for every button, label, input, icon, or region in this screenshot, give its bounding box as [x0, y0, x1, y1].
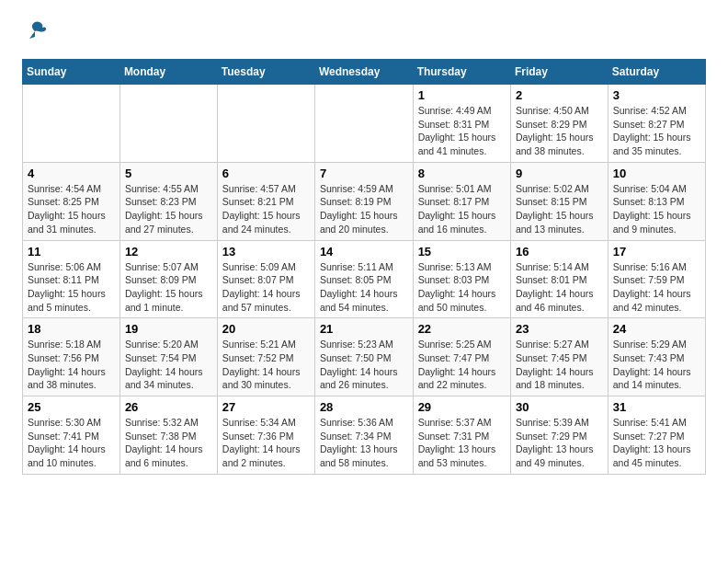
- day-number: 31: [613, 400, 700, 414]
- day-info: Sunrise: 4:54 AM Sunset: 8:25 PM Dayligh…: [28, 182, 115, 236]
- day-info: Sunrise: 5:23 AM Sunset: 7:50 PM Dayligh…: [320, 338, 408, 392]
- calendar-cell: 11Sunrise: 5:06 AM Sunset: 8:11 PM Dayli…: [23, 240, 120, 318]
- header-tuesday: Tuesday: [217, 60, 314, 85]
- week-row-4: 18Sunrise: 5:18 AM Sunset: 7:56 PM Dayli…: [23, 318, 706, 396]
- calendar-cell: 7Sunrise: 4:59 AM Sunset: 8:19 PM Daylig…: [314, 162, 413, 240]
- week-row-1: 1Sunrise: 4:49 AM Sunset: 8:31 PM Daylig…: [23, 85, 706, 163]
- day-number: 7: [320, 167, 408, 180]
- page-header: [22, 18, 706, 44]
- day-info: Sunrise: 5:29 AM Sunset: 7:43 PM Dayligh…: [613, 338, 700, 392]
- day-info: Sunrise: 5:04 AM Sunset: 8:13 PM Dayligh…: [613, 182, 700, 236]
- day-number: 1: [418, 88, 506, 102]
- day-info: Sunrise: 5:18 AM Sunset: 7:56 PM Dayligh…: [28, 338, 115, 392]
- day-number: 13: [222, 245, 310, 259]
- day-number: 16: [516, 245, 603, 259]
- week-row-3: 11Sunrise: 5:06 AM Sunset: 8:11 PM Dayli…: [23, 240, 706, 318]
- day-info: Sunrise: 4:57 AM Sunset: 8:21 PM Dayligh…: [222, 182, 310, 236]
- calendar-cell: 3Sunrise: 4:52 AM Sunset: 8:27 PM Daylig…: [608, 85, 705, 163]
- calendar-cell: 2Sunrise: 4:50 AM Sunset: 8:29 PM Daylig…: [510, 85, 608, 163]
- header-row: SundayMondayTuesdayWednesdayThursdayFrid…: [23, 60, 706, 85]
- calendar-cell: 4Sunrise: 4:54 AM Sunset: 8:25 PM Daylig…: [23, 162, 120, 240]
- day-info: Sunrise: 5:09 AM Sunset: 8:07 PM Dayligh…: [222, 260, 310, 315]
- calendar-cell: 10Sunrise: 5:04 AM Sunset: 8:13 PM Dayli…: [608, 162, 705, 240]
- day-info: Sunrise: 5:36 AM Sunset: 7:34 PM Dayligh…: [320, 416, 408, 470]
- week-row-2: 4Sunrise: 4:54 AM Sunset: 8:25 PM Daylig…: [23, 162, 706, 240]
- calendar-cell: 13Sunrise: 5:09 AM Sunset: 8:07 PM Dayli…: [217, 240, 314, 318]
- day-number: 26: [125, 400, 212, 414]
- day-number: 29: [418, 400, 506, 414]
- day-info: Sunrise: 4:55 AM Sunset: 8:23 PM Dayligh…: [125, 182, 212, 236]
- calendar-cell: 29Sunrise: 5:37 AM Sunset: 7:31 PM Dayli…: [413, 396, 510, 475]
- calendar-cell: 5Sunrise: 4:55 AM Sunset: 8:23 PM Daylig…: [119, 162, 217, 240]
- calendar-cell: 24Sunrise: 5:29 AM Sunset: 7:43 PM Dayli…: [608, 318, 705, 396]
- day-number: 23: [516, 322, 603, 336]
- day-info: Sunrise: 5:34 AM Sunset: 7:36 PM Dayligh…: [222, 416, 310, 470]
- calendar-cell: 6Sunrise: 4:57 AM Sunset: 8:21 PM Daylig…: [217, 162, 314, 240]
- day-number: 18: [28, 322, 115, 336]
- calendar-cell: 18Sunrise: 5:18 AM Sunset: 7:56 PM Dayli…: [23, 318, 120, 396]
- calendar-table: SundayMondayTuesdayWednesdayThursdayFrid…: [22, 59, 706, 475]
- calendar-header: SundayMondayTuesdayWednesdayThursdayFrid…: [23, 60, 706, 85]
- day-number: 5: [125, 167, 212, 180]
- calendar-cell: [217, 85, 314, 163]
- day-number: 17: [613, 245, 700, 259]
- day-info: Sunrise: 5:32 AM Sunset: 7:38 PM Dayligh…: [125, 416, 212, 470]
- day-number: 21: [320, 322, 408, 336]
- day-number: 3: [613, 88, 700, 102]
- day-info: Sunrise: 5:20 AM Sunset: 7:54 PM Dayligh…: [125, 338, 212, 392]
- logo-icon: [22, 18, 48, 44]
- day-number: 12: [125, 245, 212, 259]
- header-monday: Monday: [119, 60, 217, 85]
- day-number: 11: [28, 245, 115, 259]
- day-number: 15: [418, 245, 506, 259]
- header-wednesday: Wednesday: [314, 60, 413, 85]
- calendar-cell: 1Sunrise: 4:49 AM Sunset: 8:31 PM Daylig…: [413, 85, 510, 163]
- day-info: Sunrise: 4:52 AM Sunset: 8:27 PM Dayligh…: [613, 104, 700, 158]
- day-info: Sunrise: 5:16 AM Sunset: 7:59 PM Dayligh…: [613, 260, 700, 315]
- calendar-body: 1Sunrise: 4:49 AM Sunset: 8:31 PM Daylig…: [23, 85, 706, 475]
- calendar-cell: 20Sunrise: 5:21 AM Sunset: 7:52 PM Dayli…: [217, 318, 314, 396]
- day-info: Sunrise: 4:59 AM Sunset: 8:19 PM Dayligh…: [320, 182, 408, 236]
- day-info: Sunrise: 5:37 AM Sunset: 7:31 PM Dayligh…: [418, 416, 506, 470]
- week-row-5: 25Sunrise: 5:30 AM Sunset: 7:41 PM Dayli…: [23, 396, 706, 475]
- calendar-cell: 27Sunrise: 5:34 AM Sunset: 7:36 PM Dayli…: [217, 396, 314, 475]
- day-info: Sunrise: 5:07 AM Sunset: 8:09 PM Dayligh…: [125, 260, 212, 315]
- day-info: Sunrise: 5:06 AM Sunset: 8:11 PM Dayligh…: [28, 260, 115, 315]
- day-info: Sunrise: 5:39 AM Sunset: 7:29 PM Dayligh…: [516, 416, 603, 470]
- day-number: 28: [320, 400, 408, 414]
- day-number: 25: [28, 400, 115, 414]
- calendar-cell: 22Sunrise: 5:25 AM Sunset: 7:47 PM Dayli…: [413, 318, 510, 396]
- calendar-cell: 16Sunrise: 5:14 AM Sunset: 8:01 PM Dayli…: [510, 240, 608, 318]
- day-info: Sunrise: 5:11 AM Sunset: 8:05 PM Dayligh…: [320, 260, 408, 315]
- calendar-cell: [314, 85, 413, 163]
- logo: [22, 18, 51, 44]
- day-info: Sunrise: 5:27 AM Sunset: 7:45 PM Dayligh…: [516, 338, 603, 392]
- day-number: 27: [222, 400, 310, 414]
- day-number: 10: [613, 167, 700, 180]
- day-info: Sunrise: 5:21 AM Sunset: 7:52 PM Dayligh…: [222, 338, 310, 392]
- day-number: 30: [516, 400, 603, 414]
- calendar-cell: 15Sunrise: 5:13 AM Sunset: 8:03 PM Dayli…: [413, 240, 510, 318]
- calendar-cell: 12Sunrise: 5:07 AM Sunset: 8:09 PM Dayli…: [119, 240, 217, 318]
- header-thursday: Thursday: [413, 60, 510, 85]
- calendar-cell: 14Sunrise: 5:11 AM Sunset: 8:05 PM Dayli…: [314, 240, 413, 318]
- calendar-cell: 17Sunrise: 5:16 AM Sunset: 7:59 PM Dayli…: [608, 240, 705, 318]
- header-saturday: Saturday: [608, 60, 705, 85]
- day-number: 4: [28, 167, 115, 180]
- day-number: 6: [222, 167, 310, 180]
- calendar-cell: 21Sunrise: 5:23 AM Sunset: 7:50 PM Dayli…: [314, 318, 413, 396]
- day-number: 8: [418, 167, 506, 180]
- calendar-cell: 25Sunrise: 5:30 AM Sunset: 7:41 PM Dayli…: [23, 396, 120, 475]
- calendar-cell: [23, 85, 120, 163]
- day-number: 20: [222, 322, 310, 336]
- day-number: 9: [516, 167, 603, 180]
- calendar-cell: [119, 85, 217, 163]
- day-info: Sunrise: 5:14 AM Sunset: 8:01 PM Dayligh…: [516, 260, 603, 315]
- day-number: 22: [418, 322, 506, 336]
- calendar-cell: 9Sunrise: 5:02 AM Sunset: 8:15 PM Daylig…: [510, 162, 608, 240]
- day-info: Sunrise: 4:49 AM Sunset: 8:31 PM Dayligh…: [418, 104, 506, 158]
- day-info: Sunrise: 5:02 AM Sunset: 8:15 PM Dayligh…: [516, 182, 603, 236]
- calendar-cell: 31Sunrise: 5:41 AM Sunset: 7:27 PM Dayli…: [608, 396, 705, 475]
- day-info: Sunrise: 5:30 AM Sunset: 7:41 PM Dayligh…: [28, 416, 115, 470]
- day-info: Sunrise: 4:50 AM Sunset: 8:29 PM Dayligh…: [516, 104, 603, 158]
